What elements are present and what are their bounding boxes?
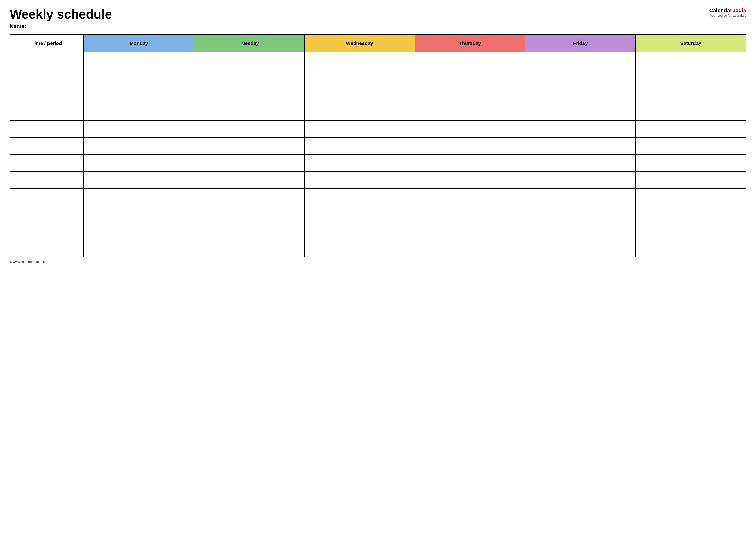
schedule-cell[interactable] — [415, 103, 526, 120]
schedule-cell[interactable] — [194, 103, 305, 120]
schedule-cell[interactable] — [305, 223, 415, 240]
schedule-cell[interactable] — [525, 206, 636, 223]
schedule-cell[interactable] — [415, 52, 526, 69]
time-cell[interactable] — [10, 69, 84, 86]
schedule-cell[interactable] — [525, 240, 636, 257]
schedule-cell[interactable] — [194, 223, 305, 240]
time-cell[interactable] — [10, 86, 84, 103]
time-cell[interactable] — [10, 206, 84, 223]
schedule-cell[interactable] — [415, 172, 526, 189]
schedule-cell[interactable] — [84, 240, 194, 257]
schedule-cell[interactable] — [84, 223, 194, 240]
schedule-cell[interactable] — [525, 86, 636, 103]
schedule-cell[interactable] — [194, 86, 305, 103]
table-row — [10, 240, 746, 257]
schedule-cell[interactable] — [305, 206, 415, 223]
schedule-cell[interactable] — [415, 206, 526, 223]
time-cell[interactable] — [10, 223, 84, 240]
schedule-cell[interactable] — [415, 240, 526, 257]
schedule-cell[interactable] — [305, 120, 415, 137]
schedule-cell[interactable] — [84, 86, 194, 103]
schedule-cell[interactable] — [194, 69, 305, 86]
header-row: Time / period Monday Tuesday Wednesday T… — [10, 35, 746, 52]
schedule-cell[interactable] — [636, 103, 746, 120]
header-area: Weekly schedule Name: Calendarpedia Your… — [10, 7, 746, 30]
schedule-cell[interactable] — [525, 120, 636, 137]
time-cell[interactable] — [10, 155, 84, 172]
table-row — [10, 103, 746, 120]
time-cell[interactable] — [10, 172, 84, 189]
name-label: Name: — [10, 23, 112, 30]
schedule-cell[interactable] — [636, 240, 746, 257]
schedule-cell[interactable] — [636, 155, 746, 172]
schedule-cell[interactable] — [636, 69, 746, 86]
schedule-cell[interactable] — [415, 69, 526, 86]
schedule-cell[interactable] — [84, 155, 194, 172]
schedule-cell[interactable] — [415, 86, 526, 103]
schedule-cell[interactable] — [84, 189, 194, 206]
table-row — [10, 172, 746, 189]
schedule-cell[interactable] — [636, 52, 746, 69]
schedule-cell[interactable] — [525, 223, 636, 240]
table-row — [10, 120, 746, 137]
schedule-cell[interactable] — [305, 52, 415, 69]
schedule-cell[interactable] — [525, 137, 636, 155]
schedule-cell[interactable] — [194, 189, 305, 206]
col-header-friday: Friday — [525, 35, 636, 52]
schedule-cell[interactable] — [305, 155, 415, 172]
schedule-cell[interactable] — [84, 69, 194, 86]
table-row — [10, 52, 746, 69]
schedule-cell[interactable] — [525, 172, 636, 189]
time-cell[interactable] — [10, 103, 84, 120]
schedule-cell[interactable] — [415, 137, 526, 155]
schedule-cell[interactable] — [636, 137, 746, 155]
schedule-cell[interactable] — [525, 69, 636, 86]
time-cell[interactable] — [10, 240, 84, 257]
schedule-cell[interactable] — [194, 137, 305, 155]
logo-pedia: pedia — [732, 7, 746, 13]
table-row — [10, 69, 746, 86]
schedule-cell[interactable] — [194, 120, 305, 137]
schedule-cell[interactable] — [305, 103, 415, 120]
schedule-cell[interactable] — [194, 52, 305, 69]
schedule-cell[interactable] — [636, 223, 746, 240]
schedule-cell[interactable] — [305, 137, 415, 155]
schedule-cell[interactable] — [636, 172, 746, 189]
schedule-cell[interactable] — [84, 52, 194, 69]
schedule-cell[interactable] — [415, 120, 526, 137]
schedule-table: Time / period Monday Tuesday Wednesday T… — [10, 35, 746, 258]
time-cell[interactable] — [10, 137, 84, 155]
schedule-cell[interactable] — [525, 103, 636, 120]
table-row — [10, 86, 746, 103]
schedule-cell[interactable] — [636, 189, 746, 206]
schedule-cell[interactable] — [415, 189, 526, 206]
schedule-cell[interactable] — [415, 223, 526, 240]
schedule-cell[interactable] — [305, 86, 415, 103]
schedule-cell[interactable] — [84, 137, 194, 155]
col-header-wednesday: Wednesday — [305, 35, 415, 52]
schedule-cell[interactable] — [84, 172, 194, 189]
schedule-cell[interactable] — [305, 240, 415, 257]
schedule-cell[interactable] — [636, 206, 746, 223]
schedule-cell[interactable] — [415, 155, 526, 172]
schedule-cell[interactable] — [636, 120, 746, 137]
time-cell[interactable] — [10, 189, 84, 206]
schedule-cell[interactable] — [636, 86, 746, 103]
schedule-cell[interactable] — [84, 206, 194, 223]
schedule-cell[interactable] — [525, 52, 636, 69]
schedule-cell[interactable] — [194, 172, 305, 189]
schedule-cell[interactable] — [305, 69, 415, 86]
schedule-cell[interactable] — [194, 240, 305, 257]
time-cell[interactable] — [10, 52, 84, 69]
schedule-cell[interactable] — [305, 172, 415, 189]
schedule-cell[interactable] — [525, 189, 636, 206]
schedule-cell[interactable] — [84, 120, 194, 137]
schedule-cell[interactable] — [194, 206, 305, 223]
table-row — [10, 189, 746, 206]
schedule-cell[interactable] — [194, 155, 305, 172]
table-row — [10, 223, 746, 240]
time-cell[interactable] — [10, 120, 84, 137]
schedule-cell[interactable] — [525, 155, 636, 172]
schedule-cell[interactable] — [305, 189, 415, 206]
schedule-cell[interactable] — [84, 103, 194, 120]
